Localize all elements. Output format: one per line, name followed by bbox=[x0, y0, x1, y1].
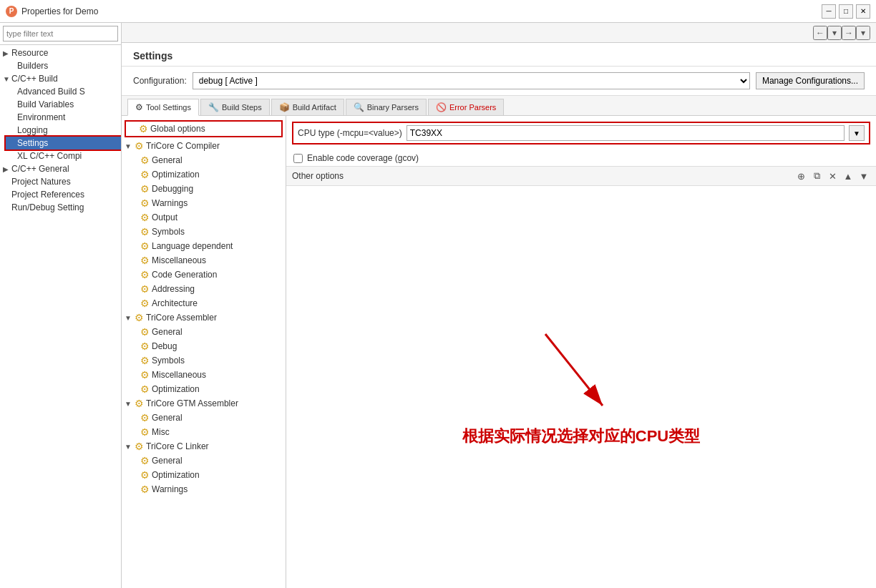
maximize-button[interactable]: □ bbox=[839, 4, 853, 19]
dropdown-button[interactable]: ▾ bbox=[827, 26, 842, 40]
tree-panel: ⚙ Global options ▼ ⚙ TriCore C Compiler … bbox=[122, 116, 286, 588]
expand-icon: ▶ bbox=[3, 165, 11, 173]
tree-item-optimization[interactable]: ⚙ Optimization bbox=[127, 167, 286, 182]
sidebar-item-run-debug[interactable]: Run/Debug Setting bbox=[0, 201, 121, 214]
sidebar-item-settings[interactable]: Settings bbox=[6, 137, 121, 150]
build-artifact-icon: 📦 bbox=[279, 102, 290, 112]
linker-opt-icon: ⚙ bbox=[140, 469, 150, 481]
tree-item-linker-optimization[interactable]: ⚙ Optimization bbox=[127, 468, 286, 482]
sidebar-item-resource[interactable]: ▶ Resource bbox=[0, 46, 121, 59]
sidebar-item-build-variables[interactable]: Build Variables bbox=[6, 98, 121, 111]
sidebar-item-xl-cpp[interactable]: XL C/C++ Compi bbox=[6, 150, 121, 162]
tree-item-tricore-gtm-assembler[interactable]: ▼ ⚙ TriCore GTM Assembler bbox=[122, 396, 286, 411]
tree-item-asm-debug[interactable]: ⚙ Debug bbox=[127, 339, 286, 353]
up-icon[interactable]: ▲ bbox=[842, 170, 855, 182]
config-bar: Configuration: debug [ Active ] Manage C… bbox=[122, 67, 876, 96]
minimize-button[interactable]: ─ bbox=[822, 4, 836, 19]
enable-coverage-checkbox[interactable] bbox=[293, 154, 303, 163]
config-label: Configuration: bbox=[133, 76, 187, 86]
tree-item-tricore-c-compiler[interactable]: ▼ ⚙ TriCore C Compiler bbox=[122, 139, 286, 153]
cpu-dropdown-button[interactable]: ▼ bbox=[849, 125, 865, 141]
back-button[interactable]: ← bbox=[813, 26, 827, 40]
arrow-annotation: 根据实际情况选择对应的CPU类型 bbox=[462, 327, 700, 447]
sidebar-item-environment[interactable]: Environment bbox=[6, 111, 121, 124]
architecture-icon: ⚙ bbox=[140, 298, 150, 309]
linker-warn-icon: ⚙ bbox=[140, 484, 150, 495]
tab-build-steps[interactable]: 🔧 Build Steps bbox=[200, 99, 270, 115]
tab-binary-parsers[interactable]: 🔍 Binary Parsers bbox=[346, 99, 427, 115]
copy-icon[interactable]: ⧉ bbox=[810, 170, 823, 182]
expand-icon: ▶ bbox=[3, 49, 11, 57]
tree-item-gtm-misc[interactable]: ⚙ Misc bbox=[127, 425, 286, 439]
tree-item-tricore-assembler[interactable]: ▼ ⚙ TriCore Assembler bbox=[122, 310, 286, 325]
sidebar-item-builders[interactable]: Builders bbox=[6, 59, 121, 72]
tree-item-gtm-general[interactable]: ⚙ General bbox=[127, 411, 286, 425]
tree-item-linker-warnings[interactable]: ⚙ Warnings bbox=[127, 482, 286, 496]
tree-item-architecture[interactable]: ⚙ Architecture bbox=[127, 296, 286, 310]
expand-icon: ▼ bbox=[125, 142, 135, 150]
forward-dropdown-button[interactable]: ▾ bbox=[856, 26, 870, 40]
add-icon[interactable]: ⊕ bbox=[794, 170, 807, 182]
tree-item-miscellaneous[interactable]: ⚙ Miscellaneous bbox=[127, 253, 286, 268]
tree-item-asm-general[interactable]: ⚙ General bbox=[127, 325, 286, 339]
delete-icon[interactable]: ✕ bbox=[826, 170, 839, 182]
expand-icon: ▼ bbox=[125, 443, 135, 451]
tree-item-asm-misc[interactable]: ⚙ Miscellaneous bbox=[127, 368, 286, 382]
tree-item-asm-optimization[interactable]: ⚙ Optimization bbox=[127, 382, 286, 396]
tree-item-linker-general[interactable]: ⚙ General bbox=[127, 454, 286, 468]
tree-item-symbols[interactable]: ⚙ Symbols bbox=[127, 225, 286, 239]
sidebar-item-project-natures[interactable]: Project Natures bbox=[0, 175, 121, 188]
config-select[interactable]: debug [ Active ] bbox=[193, 72, 750, 89]
tree-item-debugging[interactable]: ⚙ Debugging bbox=[127, 182, 286, 196]
search-input[interactable] bbox=[3, 26, 118, 41]
forward-button[interactable]: → bbox=[842, 26, 856, 40]
tree-item-addressing[interactable]: ⚙ Addressing bbox=[127, 282, 286, 296]
asm-misc-icon: ⚙ bbox=[140, 369, 150, 381]
close-button[interactable]: ✕ bbox=[856, 4, 870, 19]
cpu-type-input[interactable] bbox=[407, 125, 845, 141]
debugging-icon: ⚙ bbox=[140, 183, 150, 195]
cpu-type-label: CPU type (-mcpu=<value>) bbox=[298, 128, 402, 138]
sidebar-item-logging[interactable]: Logging bbox=[6, 124, 121, 137]
window-title: Properties for Demo bbox=[21, 6, 98, 16]
annotation-area: 根据实际情况选择对应的CPU类型 bbox=[286, 186, 876, 588]
tree-item-code-generation[interactable]: ⚙ Code Generation bbox=[127, 268, 286, 282]
tab-build-artifact[interactable]: 📦 Build Artifact bbox=[271, 99, 344, 115]
gtm-misc-icon: ⚙ bbox=[140, 426, 150, 438]
asm-icon: ⚙ bbox=[135, 312, 144, 323]
manage-configurations-button[interactable]: Manage Configurations... bbox=[756, 72, 865, 89]
annotation-text: 根据实际情况选择对应的CPU类型 bbox=[462, 426, 700, 447]
down-icon[interactable]: ▼ bbox=[857, 170, 870, 182]
settings-title: Settings bbox=[122, 43, 876, 67]
settings-panel: Settings Configuration: debug [ Active ]… bbox=[122, 43, 876, 588]
build-steps-icon: 🔧 bbox=[208, 102, 219, 112]
linker-icon: ⚙ bbox=[135, 441, 144, 452]
cpu-type-row: CPU type (-mcpu=<value>) ▼ bbox=[292, 122, 870, 144]
sidebar-item-advanced-build[interactable]: Advanced Build S bbox=[6, 85, 121, 98]
sidebar-item-project-references[interactable]: Project References bbox=[0, 188, 121, 201]
split-panel: ⚙ Global options ▼ ⚙ TriCore C Compiler … bbox=[122, 116, 876, 588]
enable-coverage-label: Enable code coverage (gcov) bbox=[307, 153, 419, 163]
sidebar-item-cpp-general[interactable]: ▶ C/C++ General bbox=[0, 162, 121, 175]
title-bar: P Properties for Demo ─ □ ✕ bbox=[0, 0, 876, 23]
tree-item-general[interactable]: ⚙ General bbox=[127, 153, 286, 167]
svg-line-1 bbox=[545, 334, 603, 406]
gtm-gen-icon: ⚙ bbox=[140, 412, 150, 423]
tab-error-parsers[interactable]: 🚫 Error Parsers bbox=[428, 99, 504, 115]
optimization-icon: ⚙ bbox=[140, 169, 150, 180]
search-box bbox=[0, 23, 121, 45]
tree-item-global-options[interactable]: ⚙ Global options bbox=[125, 120, 283, 137]
main-layout: ▶ Resource Builders ▼ C/C++ Build Advanc… bbox=[0, 23, 876, 588]
tree-item-output[interactable]: ⚙ Output bbox=[127, 210, 286, 225]
app-icon: P bbox=[6, 6, 17, 17]
tree-item-language-dependent[interactable]: ⚙ Language dependent bbox=[127, 239, 286, 253]
sidebar-item-cpp-build[interactable]: ▼ C/C++ Build bbox=[0, 72, 121, 85]
output-icon: ⚙ bbox=[140, 212, 150, 223]
tabs-bar: ⚙ Tool Settings 🔧 Build Steps 📦 Build Ar… bbox=[122, 96, 876, 116]
tree-item-asm-symbols[interactable]: ⚙ Symbols bbox=[127, 353, 286, 368]
tree-item-warnings[interactable]: ⚙ Warnings bbox=[127, 196, 286, 210]
tab-tool-settings[interactable]: ⚙ Tool Settings bbox=[127, 99, 199, 116]
symbols-icon: ⚙ bbox=[140, 226, 150, 237]
tree-item-tricore-c-linker[interactable]: ▼ ⚙ TriCore C Linker bbox=[122, 439, 286, 454]
other-options-icons: ⊕ ⧉ ✕ ▲ ▼ bbox=[794, 170, 870, 182]
